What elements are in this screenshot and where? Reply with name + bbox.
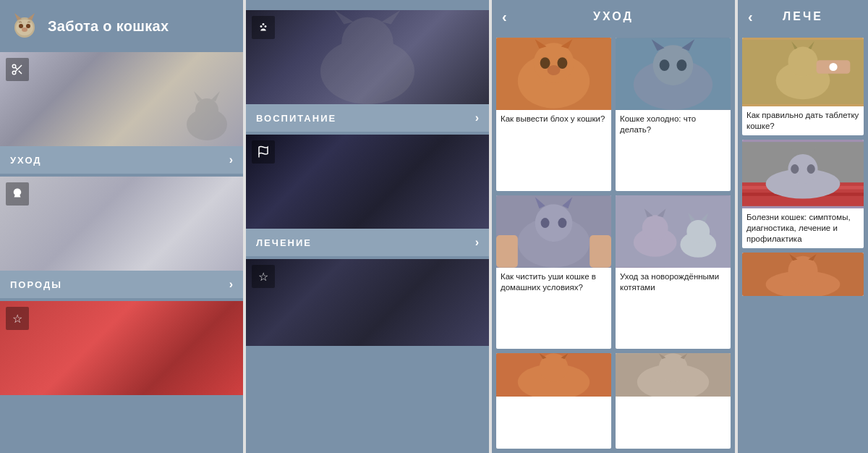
panel4-img-1 xyxy=(742,38,864,106)
svg-point-35 xyxy=(676,59,686,71)
lechenie-image xyxy=(246,135,489,229)
panel4-img-3 xyxy=(742,253,864,296)
vospitanie-arrow: › xyxy=(475,111,479,124)
panel1-header: Забота о кошках xyxy=(0,0,243,52)
svg-point-79 xyxy=(791,164,799,174)
ukhod-label-row[interactable]: УХОД › xyxy=(0,146,243,174)
panel4-article-2[interactable]: Болезни кошек: симптомы, диагностика, ле… xyxy=(742,140,864,248)
svg-point-23 xyxy=(534,43,574,83)
panel-lechenie-detail: ‹ ЛЕЧЕ Как правильно дать таблетку кошк xyxy=(738,0,868,453)
cat-dark-1 xyxy=(246,10,489,104)
fav-image: ☆ xyxy=(0,301,243,395)
panel4-title: ЛЕЧЕ xyxy=(783,10,823,23)
svg-point-7 xyxy=(12,64,16,68)
svg-point-4 xyxy=(19,24,23,28)
panel4-article-3[interactable] xyxy=(742,253,864,296)
cat-logo-icon xyxy=(10,12,39,41)
article-img-2 xyxy=(616,38,731,110)
article-img-6 xyxy=(616,353,731,397)
menu-item-porody[interactable]: ПОРОДЫ › xyxy=(0,177,243,298)
vospitanie-image xyxy=(246,10,489,104)
panel3-back-button[interactable]: ‹ xyxy=(502,9,507,25)
cat-art-2-svg xyxy=(616,38,731,110)
article-img-3 xyxy=(496,195,611,268)
menu-item-vospitanie[interactable]: ВОСПИТАНИЕ › xyxy=(246,10,489,132)
article-card-6[interactable] xyxy=(616,353,731,449)
star-icon: ☆ xyxy=(6,307,29,330)
cat-art-4-svg xyxy=(616,195,731,268)
panel3-nav: ‹ УХОД xyxy=(492,0,735,33)
svg-line-11 xyxy=(15,67,17,69)
cat-art-1-svg xyxy=(496,38,611,110)
svg-point-42 xyxy=(558,218,566,228)
porody-image xyxy=(0,177,243,271)
panel3-content: Как вывести блох у кошки? Кошке холодно:… xyxy=(492,33,735,453)
svg-point-38 xyxy=(535,204,573,242)
porody-arrow: › xyxy=(229,278,233,291)
menu-item-ukhod[interactable]: УХОД › xyxy=(0,52,243,174)
svg-point-27 xyxy=(557,57,567,69)
panel4-img-2 xyxy=(742,140,864,208)
svg-marker-15 xyxy=(211,91,220,101)
p4-cat-art-2 xyxy=(742,140,864,208)
article-card-2[interactable]: Кошке холодно: что делать? xyxy=(616,38,731,191)
article-card-5[interactable] xyxy=(496,353,611,449)
vospitanie-label-row[interactable]: ВОСПИТАНИЕ › xyxy=(246,104,489,132)
star2-icon: ☆ xyxy=(252,265,275,288)
panel-ukhod: ‹ УХОД Как вывести блох у кошки? xyxy=(492,0,735,453)
svg-marker-3 xyxy=(27,13,35,20)
svg-marker-18 xyxy=(335,10,354,25)
porody-label: ПОРОДЫ xyxy=(10,279,62,290)
lechenie-label-row[interactable]: ЛЕЧЕНИЕ › xyxy=(246,229,489,256)
cat-art-3-svg xyxy=(496,195,611,268)
article-title-4: Уход за новорождёнными котятами xyxy=(616,268,731,349)
panel3-title: УХОД xyxy=(593,10,634,23)
article-title-3: Как чистить уши кошке в домашних условия… xyxy=(496,268,611,349)
ukhod-image xyxy=(0,52,243,146)
svg-rect-43 xyxy=(496,235,518,268)
panel4-article-1[interactable]: Как правильно дать таблетку кошке? xyxy=(742,38,864,135)
panel4-back-button[interactable]: ‹ xyxy=(748,9,753,25)
article-card-3[interactable]: Как чистить уши кошке в домашних условия… xyxy=(496,195,611,349)
scissors-icon xyxy=(6,58,29,81)
p4-cat-art-1 xyxy=(742,38,864,106)
svg-line-10 xyxy=(19,71,22,74)
svg-marker-2 xyxy=(14,13,22,20)
porody-label-row[interactable]: ПОРОДЫ › xyxy=(0,271,243,298)
panel4-title-1: Как правильно дать таблетку кошке? xyxy=(742,106,864,135)
fav2-image: ☆ xyxy=(246,259,489,346)
lechenie-label: ЛЕЧЕНИЕ xyxy=(256,237,312,248)
vospitanie-label: ВОСПИТАНИЕ xyxy=(256,113,336,124)
article-img-4 xyxy=(616,195,731,268)
svg-point-31 xyxy=(653,45,694,85)
svg-point-28 xyxy=(548,65,561,75)
medical-icon xyxy=(252,140,275,164)
cat2-icon xyxy=(6,182,29,206)
svg-marker-14 xyxy=(194,91,203,101)
panel4-title-2: Болезни кошек: симптомы, диагностика, ле… xyxy=(742,208,864,248)
menu-item-lechenie[interactable]: ЛЕЧЕНИЕ › xyxy=(246,135,489,256)
svg-rect-45 xyxy=(616,195,731,267)
svg-point-66 xyxy=(788,47,817,77)
panel-categories: ВОСПИТАНИЕ › ЛЕЧЕНИЕ › ☆ xyxy=(246,0,489,453)
svg-point-70 xyxy=(829,63,837,71)
panel-main: Забота о кошках УХ xyxy=(0,0,243,453)
svg-point-26 xyxy=(540,57,550,69)
panel1-title: Забота о кошках xyxy=(48,18,169,35)
lechenie-arrow: › xyxy=(475,236,479,249)
svg-point-13 xyxy=(195,98,218,122)
menu-item-fav[interactable]: ☆ xyxy=(0,301,243,395)
ukhod-arrow: › xyxy=(229,153,233,166)
svg-point-80 xyxy=(807,164,815,174)
svg-point-17 xyxy=(341,17,393,69)
cat-art-6-svg xyxy=(616,353,731,397)
panel4-content: Как правильно дать таблетку кошке? xyxy=(738,33,868,300)
menu-item-fav2[interactable]: ☆ xyxy=(246,259,489,346)
cat-art-5-svg xyxy=(496,353,611,397)
article-card-1[interactable]: Как вывести блох у кошки? xyxy=(496,38,611,191)
svg-point-6 xyxy=(22,27,27,32)
svg-rect-44 xyxy=(590,235,611,268)
svg-point-8 xyxy=(12,71,16,75)
article-card-4[interactable]: Уход за новорождёнными котятами xyxy=(616,195,731,349)
p4-cat-art-3 xyxy=(742,253,864,296)
